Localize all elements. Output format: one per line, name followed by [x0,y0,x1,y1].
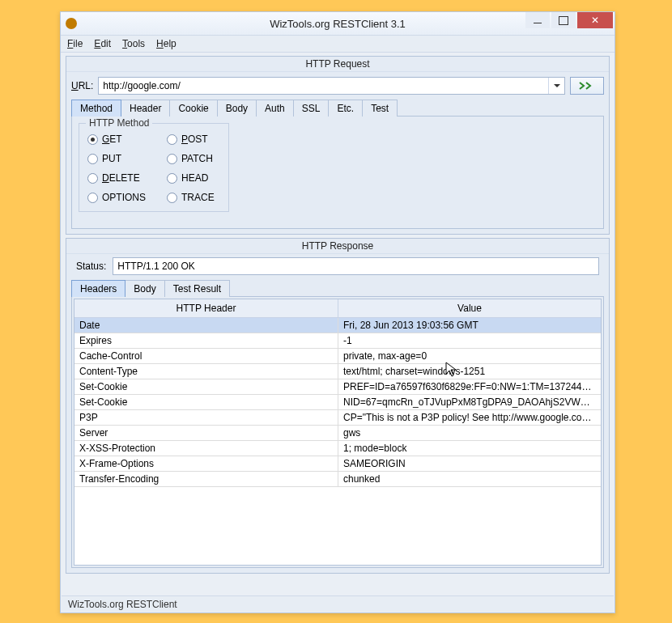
header-value: NID=67=qmcRn_oTJVupPxM8TgDPA9_DAOAhjS2VW… [338,395,601,409]
radio-patch[interactable]: PATCH [167,153,240,164]
table-row[interactable]: Set-CookiePREF=ID=a76597f630f6829e:FF=0:… [74,379,601,395]
col-header-value[interactable]: Value [338,299,601,318]
tab-etc[interactable]: Etc. [328,100,363,117]
status-value: HTTP/1.1 200 OK [113,257,599,275]
tab-resp-test-result[interactable]: Test Result [164,280,230,297]
minimize-button[interactable] [525,12,550,28]
tab-method[interactable]: Method [71,100,121,117]
header-name: P3P [74,410,338,425]
table-row[interactable]: DateFri, 28 Jun 2013 19:03:56 GMT [74,318,601,333]
header-value: -1 [338,333,601,348]
tab-body[interactable]: Body [217,100,257,117]
header-value: text/html; charset=windows-1251 [338,364,601,379]
tab-resp-headers[interactable]: Headers [71,280,125,297]
tab-cookie[interactable]: Cookie [169,100,217,117]
request-tab-pane: HTTP Method GET POST PUT PATCH DELETE HE… [71,116,604,229]
http-method-fieldset: HTTP Method GET POST PUT PATCH DELETE HE… [79,123,229,212]
radio-options[interactable]: OPTIONS [87,192,160,203]
app-window: WizTools.org RESTClient 3.1 File Edit To… [60,11,615,613]
tab-auth[interactable]: Auth [256,100,294,117]
radio-head[interactable]: HEAD [167,172,240,184]
radio-post[interactable]: POST [167,134,240,145]
tab-resp-body[interactable]: Body [125,280,164,297]
headers-table: HTTP Header Value DateFri, 28 Jun 2013 1… [74,299,602,566]
request-panel: HTTP Request URL: Method [66,56,610,235]
table-row[interactable]: X-Frame-OptionsSAMEORIGIN [74,456,601,472]
tab-ssl[interactable]: SSL [293,100,330,117]
http-method-legend: HTTP Method [86,117,152,129]
table-row[interactable]: Transfer-Encodingchunked [74,472,601,487]
header-name: Set-Cookie [74,395,338,409]
header-name: Expires [74,333,338,348]
response-panel-title: HTTP Response [66,239,609,254]
response-tab-pane: HTTP Header Value DateFri, 28 Jun 2013 1… [71,296,604,568]
url-input[interactable] [99,78,548,94]
radio-delete[interactable]: DELETE [87,172,160,184]
header-value: chunked [338,472,601,486]
table-row[interactable]: Content-Typetext/html; charset=windows-1… [74,364,601,379]
header-value: SAMEORIGIN [338,456,601,471]
url-label: URL: [71,80,93,91]
header-name: Server [74,426,338,440]
menubar: File Edit Tools Help [61,35,615,53]
header-name: Transfer-Encoding [74,472,338,486]
menu-edit[interactable]: Edit [94,38,111,49]
close-button[interactable] [577,12,613,28]
menu-tools[interactable]: Tools [122,38,145,49]
header-name: Content-Type [74,364,338,379]
send-request-button[interactable] [570,77,604,95]
tab-header[interactable]: Header [121,100,170,117]
radio-trace[interactable]: TRACE [167,192,240,203]
response-tabs: Headers Body Test Result [71,280,604,297]
header-value: gws [338,426,601,440]
header-name: Cache-Control [74,349,338,363]
radio-get[interactable]: GET [87,134,160,145]
table-row[interactable]: Expires-1 [74,333,601,349]
statusbar: WizTools.org RESTClient [62,595,614,612]
table-row[interactable]: Servergws [74,426,601,441]
menu-help[interactable]: Help [156,38,177,49]
status-label: Status: [76,261,106,272]
header-name: Date [74,318,338,333]
header-value: Fri, 28 Jun 2013 19:03:56 GMT [338,318,601,333]
table-row[interactable]: Cache-Controlprivate, max-age=0 [74,349,601,364]
header-value: CP="This is not a P3P policy! See http:/… [338,410,601,425]
table-row[interactable]: Set-CookieNID=67=qmcRn_oTJVupPxM8TgDPA9_… [74,395,601,410]
request-panel-title: HTTP Request [66,57,609,72]
header-name: Set-Cookie [74,379,338,394]
url-combo[interactable] [98,77,565,95]
menu-file[interactable]: File [67,38,83,49]
table-row[interactable]: X-XSS-Protection1; mode=block [74,441,601,456]
response-panel: HTTP Response Status: HTTP/1.1 200 OK He… [66,238,610,574]
header-value: 1; mode=block [338,441,601,456]
url-dropdown-button[interactable] [548,78,564,94]
header-value: private, max-age=0 [338,349,601,363]
tab-test[interactable]: Test [362,100,398,117]
request-tabs: Method Header Cookie Body Auth SSL Etc. … [71,100,604,117]
table-row[interactable]: P3PCP="This is not a P3P policy! See htt… [74,410,601,426]
header-name: X-Frame-Options [74,456,338,471]
radio-put[interactable]: PUT [87,153,160,164]
header-name: X-XSS-Protection [74,441,338,456]
headers-tbody[interactable]: DateFri, 28 Jun 2013 19:03:56 GMTExpires… [74,318,601,565]
col-header-name[interactable]: HTTP Header [74,299,338,318]
maximize-button[interactable] [551,12,576,28]
titlebar[interactable]: WizTools.org RESTClient 3.1 [61,12,615,35]
header-value: PREF=ID=a76597f630f6829e:FF=0:NW=1:TM=13… [338,379,601,394]
